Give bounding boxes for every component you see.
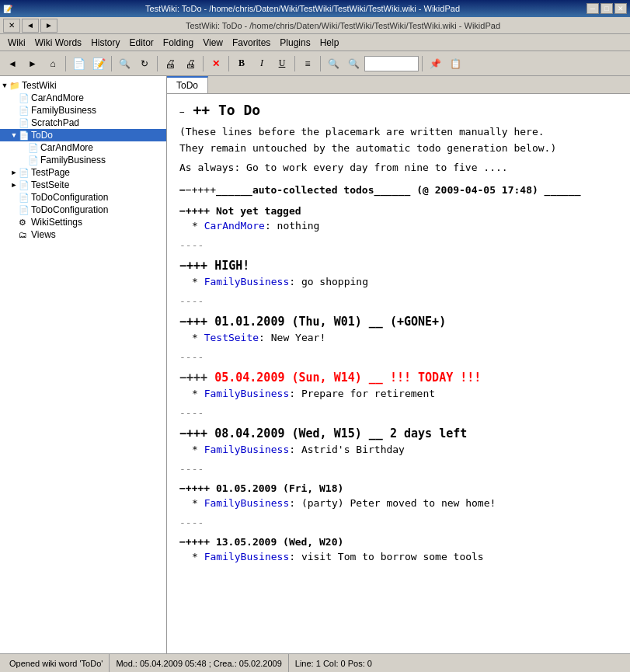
- sidebar-item-todoconfiguration2[interactable]: 📄 ToDoConfiguration: [0, 204, 166, 216]
- new-page-button[interactable]: 📝: [89, 54, 108, 73]
- content-paragraph-1: (These lines before the placemark are wr…: [179, 126, 618, 138]
- close-button[interactable]: ✕: [614, 3, 627, 14]
- content-area: ToDo − ++ To Do (These lines before the …: [167, 76, 630, 653]
- section-item: * FamilyBusiness: Prepare for retirement: [192, 388, 618, 399]
- sidebar-item-testwiki[interactable]: ▼ 📁 TestWiki: [0, 79, 166, 92]
- section-item: * FamilyBusiness: Astrid's Birthday: [192, 444, 618, 455]
- content-auto-section: −−++++______auto-collected todos______ (…: [179, 184, 618, 196]
- pin-button[interactable]: 📌: [426, 54, 444, 73]
- sidebar: ▼ 📁 TestWiki 📄 CarAndMore 📄 FamilyBusine…: [0, 76, 167, 653]
- sidebar-item-label: TestSeite: [31, 179, 69, 190]
- maximize-button[interactable]: □: [600, 3, 613, 14]
- section-item: * TestSeite: New Year!: [192, 332, 618, 343]
- menu-help[interactable]: Help: [315, 36, 344, 50]
- align-button[interactable]: ≡: [298, 54, 317, 73]
- sidebar-item-familybusiness1[interactable]: 📄 FamilyBusiness: [0, 104, 166, 117]
- section-high: −+++ HIGH! * FamilyBusiness: go shopping: [179, 259, 618, 287]
- status-bar: Opened wiki word 'ToDo' Mod.: 05.04.2009…: [0, 653, 630, 672]
- sidebar-item-wikisettings[interactable]: ⚙ WikiSettings: [0, 216, 166, 228]
- section-item: * FamilyBusiness: go shopping: [192, 276, 618, 287]
- sidebar-item-carandmore2[interactable]: 📄 CarAndMore: [0, 141, 166, 154]
- menu-history[interactable]: History: [86, 36, 124, 50]
- minus-icon: −: [179, 107, 185, 117]
- link-carandmore[interactable]: CarAndMore: [204, 220, 265, 232]
- page-icon: 📄: [19, 118, 31, 128]
- search-input[interactable]: [364, 56, 419, 71]
- menu-bar: Wiki Wiki Words History Editor Folding V…: [0, 34, 630, 51]
- link-familybusiness-1[interactable]: FamilyBusiness: [204, 276, 290, 287]
- chevron-right-icon: ►: [9, 181, 19, 189]
- sidebar-item-scratchpad[interactable]: 📄 ScratchPad: [0, 117, 166, 129]
- page-icon: 📄: [19, 168, 31, 178]
- page-icon: 📄: [19, 180, 31, 190]
- content-body[interactable]: − ++ To Do (These lines before the place…: [167, 94, 630, 653]
- minimize-button[interactable]: ─: [586, 3, 599, 14]
- find-next-button[interactable]: 🔍: [344, 54, 363, 73]
- dashes-5: ----: [179, 463, 618, 475]
- sidebar-item-familybusiness2[interactable]: 📄 FamilyBusiness: [0, 154, 166, 166]
- italic-button[interactable]: I: [252, 54, 271, 73]
- search-button[interactable]: 🔍: [115, 54, 134, 73]
- menu-editor[interactable]: Editor: [124, 36, 158, 50]
- menu-view[interactable]: View: [198, 36, 228, 50]
- content-tab-todo[interactable]: ToDo: [167, 76, 208, 93]
- menu-wiki[interactable]: Wiki: [3, 36, 30, 50]
- sidebar-item-views[interactable]: 🗂 Views: [0, 228, 166, 241]
- dashes-6: ----: [179, 517, 618, 528]
- menu-plugins[interactable]: Plugins: [275, 36, 315, 50]
- nav-back-button[interactable]: ◄: [3, 54, 22, 73]
- section-title-08042009: −+++ 08.04.2009 (Wed, W15) __ 2 days lef…: [179, 427, 618, 440]
- status-message: Opened wiki word 'ToDo': [3, 654, 110, 672]
- sidebar-item-label: TestWiki: [22, 80, 57, 91]
- find-button[interactable]: 🔍: [324, 54, 343, 73]
- home-button[interactable]: ⌂: [44, 54, 62, 73]
- content-intro: (These lines before the placemark are wr…: [179, 126, 618, 154]
- content-note: As always: Go to work every day from nin…: [179, 162, 618, 173]
- link-familybusiness-2[interactable]: FamilyBusiness: [204, 388, 290, 399]
- sidebar-item-todo[interactable]: ▼ 📄 ToDo: [0, 129, 166, 141]
- views-icon: 🗂: [19, 230, 31, 239]
- tab-back-button[interactable]: ✕: [3, 19, 20, 33]
- menu-wiki-words[interactable]: Wiki Words: [30, 36, 86, 50]
- refresh-button[interactable]: ↻: [135, 54, 154, 73]
- link-familybusiness-3[interactable]: FamilyBusiness: [204, 444, 290, 455]
- sidebar-item-label: FamilyBusiness: [31, 105, 96, 116]
- section-item: * FamilyBusiness: visit Tom to borrow so…: [192, 551, 618, 562]
- toolbar-sep-5: [228, 56, 229, 71]
- link-testseite[interactable]: TestSeite: [204, 332, 259, 343]
- dashes-1: ----: [179, 239, 618, 251]
- minus-icon: −+++: [179, 259, 207, 273]
- menu-favorites[interactable]: Favorites: [228, 36, 275, 50]
- nav-forward-button[interactable]: ►: [23, 54, 42, 73]
- print-button[interactable]: 🖨: [161, 54, 179, 73]
- export-button[interactable]: 📋: [446, 54, 465, 73]
- dashes-4: ----: [179, 407, 618, 419]
- link-familybusiness-5[interactable]: FamilyBusiness: [204, 551, 290, 562]
- toolbar: ◄ ► ⌂ 📄 📝 🔍 ↻ 🖨 🖨 ✕ B I U ≡ 🔍 🔍 📌 📋: [0, 51, 630, 76]
- minus-icon: −++++: [179, 536, 210, 548]
- sidebar-item-label: CarAndMore: [40, 142, 93, 153]
- page-button[interactable]: 📄: [69, 54, 88, 73]
- delete-button[interactable]: ✕: [207, 54, 225, 73]
- sidebar-item-testseite[interactable]: ► 📄 TestSeite: [0, 179, 166, 191]
- minus-icon: −+++: [179, 315, 207, 329]
- tab-nav-forward[interactable]: ►: [40, 19, 57, 33]
- tab-bar-title: TestWiki: ToDo - /home/chris/Daten/Wiki/…: [59, 21, 627, 30]
- underline-button[interactable]: U: [273, 54, 291, 73]
- page-icon: 📄: [19, 205, 31, 215]
- page-icon: 📄: [19, 106, 31, 116]
- sidebar-item-testpage[interactable]: ► 📄 TestPage: [0, 166, 166, 179]
- tab-nav-back[interactable]: ◄: [22, 19, 39, 33]
- link-familybusiness-4[interactable]: FamilyBusiness: [204, 497, 290, 509]
- chevron-down-icon: ▼: [0, 82, 9, 89]
- minus-icon: −++++: [179, 205, 210, 217]
- sidebar-item-carandmore1[interactable]: 📄 CarAndMore: [0, 92, 166, 104]
- menu-folding[interactable]: Folding: [158, 36, 198, 50]
- bold-button[interactable]: B: [232, 54, 251, 73]
- minus-icon: −++++: [179, 482, 210, 494]
- sidebar-item-todoconfiguration1[interactable]: 📄 ToDoConfiguration: [0, 191, 166, 204]
- dashes-2: ----: [179, 295, 618, 307]
- title-bar: 📝 TestWiki: ToDo - /home/chris/Daten/Wik…: [0, 0, 630, 17]
- sidebar-item-label: FamilyBusiness: [40, 155, 106, 165]
- print2-button[interactable]: 🖨: [181, 54, 200, 73]
